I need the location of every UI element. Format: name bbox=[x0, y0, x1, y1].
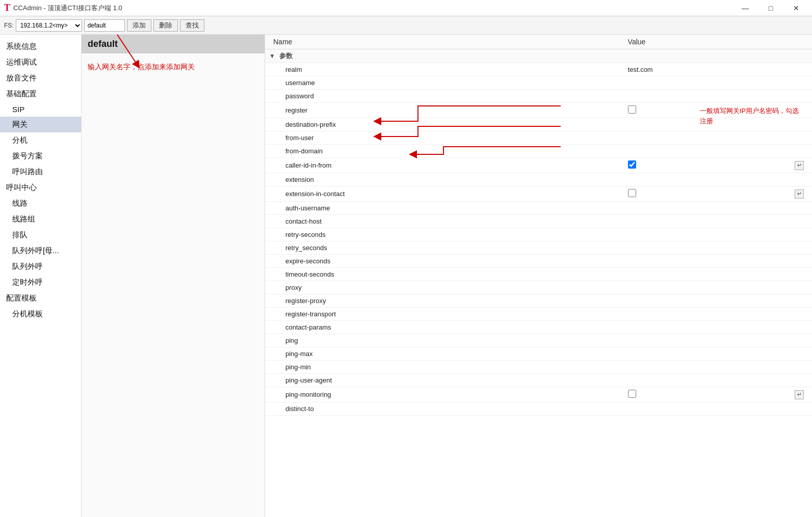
table-row: from-domain bbox=[265, 145, 812, 158]
property-value bbox=[620, 118, 787, 131]
right-panel: Name Value ▼ 参数 realmtest.comusernamepas… bbox=[265, 35, 812, 517]
property-name: ping-monitoring bbox=[265, 387, 620, 402]
sidebar-item-config-template[interactable]: 配置模板 bbox=[0, 290, 81, 306]
property-checkbox[interactable] bbox=[628, 105, 636, 114]
section-label: 参数 bbox=[279, 52, 293, 60]
property-value bbox=[620, 334, 787, 347]
sidebar-item-line-group[interactable]: 线路组 bbox=[0, 211, 81, 227]
table-row: expire-seconds bbox=[265, 255, 812, 268]
sidebar-item-ops-debug[interactable]: 运维调试 bbox=[0, 55, 81, 70]
property-value[interactable] bbox=[620, 103, 787, 118]
property-name: retry_seconds bbox=[265, 241, 620, 255]
gateway-name-input[interactable] bbox=[84, 19, 125, 32]
table-row: ping-max bbox=[265, 347, 812, 361]
property-value bbox=[620, 145, 787, 158]
property-value bbox=[620, 294, 787, 308]
table-row: register bbox=[265, 103, 812, 118]
property-name: username bbox=[265, 76, 620, 90]
property-value bbox=[620, 131, 787, 145]
table-row: distinct-to bbox=[265, 402, 812, 416]
property-value bbox=[620, 202, 787, 215]
property-name: ping-min bbox=[265, 361, 620, 374]
table-row: caller-id-in-from↵ bbox=[265, 158, 812, 173]
title-bar: T CCAdmin - 顶顶通CTI接口客户端 1.0 — □ ✕ bbox=[0, 0, 812, 16]
properties-table: Name Value ▼ 参数 realmtest.comusernamepas… bbox=[265, 35, 812, 416]
property-value bbox=[620, 90, 787, 103]
delete-button[interactable]: 删除 bbox=[153, 19, 178, 32]
property-name: password bbox=[265, 90, 620, 103]
edit-button[interactable]: ↵ bbox=[795, 390, 804, 399]
property-value bbox=[620, 402, 787, 416]
middle-panel-header: default bbox=[82, 35, 265, 53]
middle-panel: default 输入网关名字，点添加来添加网关 bbox=[82, 35, 265, 517]
property-value[interactable] bbox=[620, 186, 787, 202]
table-row: retry_seconds bbox=[265, 241, 812, 255]
property-value: test.com bbox=[620, 63, 787, 76]
close-button[interactable]: ✕ bbox=[784, 1, 808, 15]
property-value[interactable] bbox=[620, 158, 787, 173]
sidebar-item-queue-outbound-parent[interactable]: 队列外呼[母... bbox=[0, 243, 81, 259]
property-value[interactable] bbox=[620, 387, 787, 402]
sidebar-item-line[interactable]: 线路 bbox=[0, 196, 81, 211]
property-value bbox=[620, 228, 787, 241]
property-checkbox[interactable] bbox=[628, 189, 636, 197]
fs-label: FS: bbox=[4, 22, 14, 29]
section-row: ▼ 参数 bbox=[265, 49, 812, 63]
edit-button[interactable]: ↵ bbox=[795, 161, 804, 170]
search-button[interactable]: 查找 bbox=[180, 19, 204, 32]
name-column-header: Name bbox=[265, 35, 620, 49]
table-row: auth-username bbox=[265, 202, 812, 215]
property-name: proxy bbox=[265, 281, 620, 294]
minimize-button[interactable]: — bbox=[734, 1, 757, 15]
table-row: destination-prefix bbox=[265, 118, 812, 131]
sidebar-item-sip[interactable]: SIP bbox=[0, 102, 81, 117]
property-value bbox=[620, 308, 787, 321]
sidebar-item-queue[interactable]: 排队 bbox=[0, 227, 81, 243]
sidebar-item-ext-template[interactable]: 分机模板 bbox=[0, 306, 81, 322]
app-title: CCAdmin - 顶顶通CTI接口客户端 1.0 bbox=[13, 4, 122, 13]
property-name: from-user bbox=[265, 131, 620, 145]
add-button[interactable]: 添加 bbox=[127, 19, 151, 32]
sidebar-item-audio-files[interactable]: 放音文件 bbox=[0, 70, 81, 86]
property-name: ping-max bbox=[265, 347, 620, 361]
property-value bbox=[620, 347, 787, 361]
section-chevron-icon[interactable]: ▼ bbox=[269, 52, 275, 60]
sidebar-item-queue-outbound[interactable]: 队列外呼 bbox=[0, 259, 81, 275]
sidebar-item-basic-config[interactable]: 基础配置 bbox=[0, 86, 81, 102]
property-value bbox=[620, 361, 787, 374]
main-layout: 系统信息 运维调试 放音文件 基础配置 SIP 网关 分机 拨号方案 呼叫路由 … bbox=[0, 35, 812, 517]
property-name: extension-in-contact bbox=[265, 186, 620, 202]
sidebar-item-call-center[interactable]: 呼叫中心 bbox=[0, 180, 81, 196]
maximize-button[interactable]: □ bbox=[759, 1, 782, 15]
property-name: destination-prefix bbox=[265, 118, 620, 131]
property-name: timeout-seconds bbox=[265, 268, 620, 281]
table-row: ping bbox=[265, 334, 812, 347]
table-row: contact-host bbox=[265, 215, 812, 228]
sidebar-item-extension[interactable]: 分机 bbox=[0, 132, 81, 148]
sidebar-item-gateway[interactable]: 网关 bbox=[0, 117, 81, 132]
property-name: ping-user-agent bbox=[265, 374, 620, 387]
sidebar-item-sys-info[interactable]: 系统信息 bbox=[0, 39, 81, 55]
fs-select[interactable]: 192.168.1.2<my> bbox=[16, 19, 82, 32]
table-row: ping-user-agent bbox=[265, 374, 812, 387]
table-row: retry-seconds bbox=[265, 228, 812, 241]
middle-panel-annotation: 输入网关名字，点添加来添加网关 bbox=[82, 53, 265, 80]
table-row: username bbox=[265, 76, 812, 90]
sidebar-item-timed-outbound[interactable]: 定时外呼 bbox=[0, 275, 81, 290]
property-checkbox[interactable] bbox=[628, 390, 636, 398]
property-name: from-domain bbox=[265, 145, 620, 158]
property-name: extension bbox=[265, 173, 620, 186]
table-row: contact-params bbox=[265, 321, 812, 334]
sidebar-item-call-route[interactable]: 呼叫路由 bbox=[0, 164, 81, 180]
value-column-header: Value bbox=[620, 35, 787, 49]
property-value bbox=[620, 255, 787, 268]
table-row: extension-in-contact↵ bbox=[265, 186, 812, 202]
property-name: register-proxy bbox=[265, 294, 620, 308]
property-value bbox=[620, 76, 787, 90]
sidebar-item-dial-plan[interactable]: 拨号方案 bbox=[0, 148, 81, 164]
edit-button[interactable]: ↵ bbox=[795, 189, 804, 199]
property-checkbox[interactable] bbox=[628, 160, 636, 169]
property-value bbox=[620, 173, 787, 186]
toolbar: FS: 192.168.1.2<my> 添加 删除 查找 bbox=[0, 16, 812, 35]
property-name: contact-params bbox=[265, 321, 620, 334]
